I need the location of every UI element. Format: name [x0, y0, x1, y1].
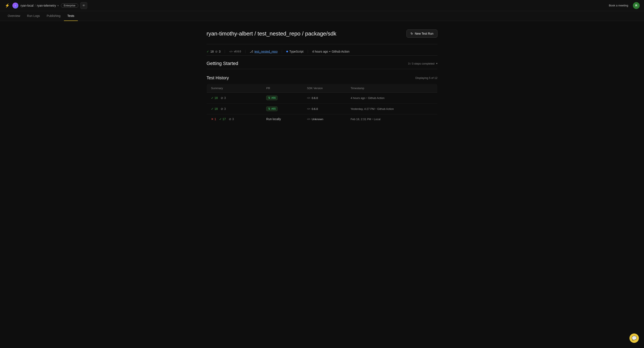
enterprise-badge: Enterprise	[61, 4, 78, 8]
repo-icon: ⎇	[250, 50, 253, 53]
language-label: TypeScript	[289, 50, 304, 53]
pass-count: ✓ 18	[211, 96, 218, 100]
breadcrumb-user[interactable]: ryan-local	[20, 4, 34, 7]
language-stat: TypeScript	[282, 50, 308, 53]
code-bracket-icon: </>	[307, 118, 310, 120]
col-sdk-version: SDK Version	[303, 84, 346, 92]
new-test-run-button[interactable]: ↻ New Test Run	[406, 30, 438, 38]
breadcrumb-project[interactable]: ryan-telemetry	[37, 4, 56, 7]
pass-count: ✓ 18	[211, 107, 218, 110]
chevron-down-icon: ▾	[436, 62, 438, 65]
skip-count: ⊘ 3	[229, 117, 234, 121]
sdk-version-cell: </> 0.6.0	[303, 104, 346, 114]
skip-count: ⊘ 3	[221, 96, 226, 100]
getting-started-title: Getting Started	[206, 61, 238, 66]
breadcrumb-sep1: /	[35, 4, 36, 7]
new-test-run-label: New Test Run	[415, 32, 434, 35]
timestamp-cell: Feb 18, 2:31 PM•Local	[346, 114, 438, 124]
dot-separator: •	[329, 50, 330, 53]
source-label: Github Action	[332, 50, 349, 53]
code-bracket-icon: </>	[307, 96, 310, 99]
table-row[interactable]: ✓ 18⊘ 3⇅ #66</> 0.6.04 hours ago•Github …	[207, 92, 438, 104]
logo-icon: ⚡	[4, 2, 10, 8]
version-stat: </> v0.6.0	[225, 50, 246, 53]
language-dot	[286, 51, 288, 52]
chat-bubble-button[interactable]: 💬	[630, 334, 639, 343]
timestamp-value: Yesterday, 4:27 PM•Github Action	[351, 107, 394, 110]
steps-info[interactable]: 3 / 3 steps completed ▾	[408, 62, 438, 65]
code-icon: </>	[229, 50, 233, 53]
displaying-count: Displaying 5 of 12	[416, 76, 438, 80]
summary-cell: ✓ 18⊘ 3	[207, 104, 262, 114]
pass-count-stat: ✓ 18 ⊘ 3	[206, 50, 225, 53]
table-row[interactable]: ✓ 18⊘ 3⇅ #65</> 0.6.0Yesterday, 4:27 PM•…	[207, 104, 438, 114]
skip-count: ⊘ 3	[221, 107, 226, 110]
tab-overview[interactable]: Overview	[4, 11, 24, 21]
tab-run-logs[interactable]: Run Logs	[24, 11, 43, 21]
repo-stat: ⎇ test_nested_repo	[246, 50, 282, 53]
sdk-version-value: 0.6.0	[312, 96, 318, 100]
col-pr: PR	[262, 84, 303, 92]
pr-icon: ⇅	[268, 107, 270, 110]
timestamp-value: 4 hours ago•Github Action	[351, 96, 385, 100]
tab-nav: Overview Run Logs Publishing Tests	[0, 11, 644, 21]
pr-badge[interactable]: ⇅ #66	[266, 96, 278, 100]
stats-row: ✓ 18 ⊘ 3 </> v0.6.0 ⎇ test_nested_repo T…	[206, 48, 438, 56]
breadcrumb: ryan-local / ryan-telemetry ▾	[20, 4, 59, 7]
col-timestamp: Timestamp	[346, 84, 438, 92]
code-bracket-icon: </>	[307, 108, 310, 110]
sdk-version-value: 0.6.0	[312, 107, 318, 110]
time-ago: 4 hours ago	[312, 50, 328, 53]
chat-icon: 💬	[632, 336, 637, 341]
pr-cell: Run locally	[262, 114, 303, 124]
tab-tests[interactable]: Tests	[64, 11, 78, 21]
summary-cell: ✓ 18⊘ 3	[207, 92, 262, 104]
user-avatar-small: r	[12, 2, 18, 8]
tab-publishing[interactable]: Publishing	[43, 11, 64, 21]
timestamp-cell: Yesterday, 4:27 PM•Github Action	[346, 104, 438, 114]
pr-cell: ⇅ #66	[262, 92, 303, 104]
time-stat: 4 hours ago • Github Action	[308, 50, 354, 53]
repo-link[interactable]: test_nested_repo	[254, 50, 278, 53]
pr-cell: ⇅ #65	[262, 104, 303, 114]
check-icon: ✓	[206, 50, 209, 53]
skip-icon: ⊘	[215, 50, 218, 53]
skip-count: 3	[219, 50, 221, 53]
sdk-version-cell: </> 0.6.0	[303, 92, 346, 104]
page-title: ryan-timothy-albert / test_nested_repo /…	[206, 30, 336, 37]
visibility-toggle-button[interactable]: 👁	[80, 2, 87, 9]
top-bar: ⚡ r ryan-local / ryan-telemetry ▾ Enterp…	[0, 0, 644, 11]
fail-count: ✕ 1	[211, 117, 216, 121]
sdk-version-cell: </> Unknown	[303, 114, 346, 124]
pass-count: ✓ 17	[219, 117, 226, 121]
getting-started-section: Getting Started 3 / 3 steps completed ▾	[206, 56, 438, 69]
timestamp-value: Feb 18, 2:31 PM•Local	[351, 118, 380, 121]
breadcrumb-dropdown-icon: ▾	[57, 4, 59, 7]
table-row[interactable]: ✕ 1✓ 17⊘ 3Run locally</> UnknownFeb 18, …	[207, 114, 438, 124]
main-content: ryan-timothy-albert / test_nested_repo /…	[194, 21, 450, 132]
pass-count: 18	[210, 50, 214, 53]
steps-completed-text: 3 / 3 steps completed	[408, 62, 434, 65]
col-summary: Summary	[207, 84, 262, 92]
sdk-version-value: Unknown	[312, 118, 323, 121]
stats-divider	[206, 44, 438, 44]
test-history-title: Test History	[206, 76, 229, 80]
summary-cell: ✕ 1✓ 17⊘ 3	[207, 114, 262, 124]
timestamp-cell: 4 hours ago•Github Action	[346, 92, 438, 104]
page-header: ryan-timothy-albert / test_nested_repo /…	[206, 30, 438, 38]
test-history-header: Test History Displaying 5 of 12	[206, 76, 438, 80]
refresh-icon: ↻	[410, 32, 413, 35]
user-avatar-main[interactable]: R	[633, 2, 640, 9]
test-history-table: Summary PR SDK Version Timestamp ✓ 18⊘ 3…	[206, 84, 438, 124]
pr-icon: ⇅	[268, 96, 270, 100]
pr-badge[interactable]: ⇅ #65	[266, 106, 278, 111]
version-tag: v0.6.0	[234, 50, 241, 53]
book-meeting-link[interactable]: Book a meeting	[609, 4, 628, 7]
